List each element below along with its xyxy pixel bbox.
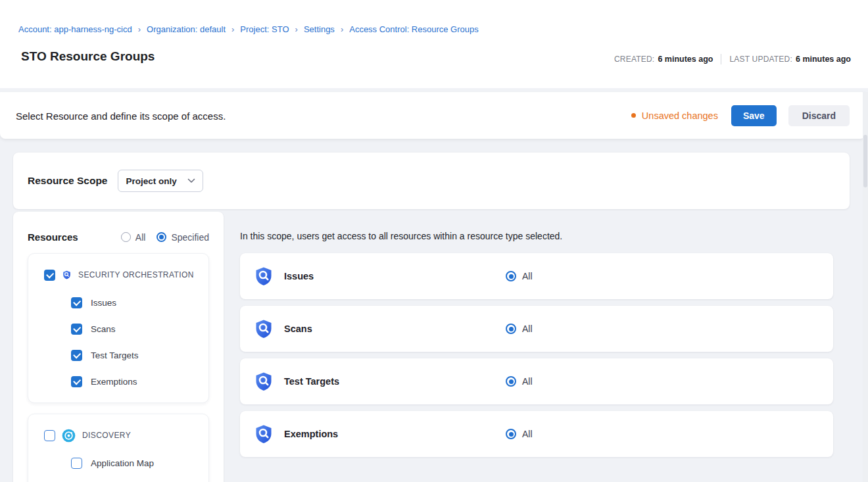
resource-row-test-targets-access[interactable]: All: [506, 376, 533, 387]
resources-panel-header: Resources All Specified: [28, 212, 209, 243]
group-label-discovery: DISCOVERY: [82, 431, 131, 440]
last-updated-label: LAST UPDATED:: [729, 55, 792, 64]
breadcrumb-account-link[interactable]: Account: app-harness-ng-cicd: [18, 24, 132, 34]
tree-item-exemptions[interactable]: Exemptions: [28, 368, 208, 395]
breadcrumb: Account: app-harness-ng-cicd › Organizat…: [18, 24, 479, 34]
issues-checkbox[interactable]: [71, 297, 82, 308]
radio-specified-icon[interactable]: [157, 232, 166, 242]
resources-mode-specified-option[interactable]: Specified: [157, 232, 209, 243]
scrollbar-thumb[interactable]: [863, 135, 867, 187]
resource-scope-selected-value: Project only: [126, 176, 176, 186]
group-label-security-orchestration: SECURITY ORCHESTRATION: [78, 270, 194, 279]
tree-item-application-map[interactable]: Application Map: [28, 450, 208, 476]
radio-all-icon[interactable]: [506, 376, 516, 387]
sto-shield-icon: [253, 318, 274, 340]
access-all-label: All: [522, 271, 533, 281]
group-card-security-orchestration: SECURITY ORCHESTRATION Issues Scans Test…: [28, 253, 209, 403]
created-label: CREATED:: [614, 55, 654, 64]
group-card-discovery: DISCOVERY Application Map: [28, 414, 209, 482]
resource-row-scans-label: Scans: [284, 324, 312, 334]
header-meta: CREATED: 6 minutes ago LAST UPDATED: 6 m…: [614, 54, 851, 64]
sto-shield-icon: [253, 265, 274, 287]
resource-row-exemptions-label: Exemptions: [284, 429, 338, 439]
radio-all-label: All: [135, 232, 146, 243]
breadcrumb-separator-icon: ›: [295, 24, 298, 34]
resource-row-test-targets-label: Test Targets: [284, 376, 339, 387]
resource-row-scans-access[interactable]: All: [506, 324, 533, 334]
radio-all-icon[interactable]: [506, 429, 516, 439]
resource-row-issues-label: Issues: [284, 271, 314, 281]
breadcrumb-separator-icon: ›: [138, 24, 141, 34]
exemptions-label: Exemptions: [91, 377, 137, 387]
created-value: 6 minutes ago: [658, 55, 713, 64]
resource-row-scans: Scans All: [240, 306, 833, 352]
security-orchestration-checkbox[interactable]: [44, 270, 55, 281]
access-all-label: All: [522, 324, 533, 334]
chevron-down-icon: [187, 178, 195, 183]
sto-shield-icon: [62, 270, 72, 280]
resource-scope-card: Resource Scope Project only: [13, 153, 850, 209]
unsaved-changes-dot-icon: [631, 113, 636, 118]
vertical-scrollbar[interactable]: [863, 92, 868, 482]
radio-specified-label: Specified: [171, 232, 209, 243]
scope-access-description: In this scope, users get access to all r…: [240, 231, 562, 241]
test-targets-checkbox[interactable]: [71, 350, 82, 361]
resources-mode-radio-group: All Specified: [121, 232, 209, 243]
toolbar-description: Select Resource and define its scope of …: [16, 110, 226, 121]
resource-row-exemptions: Exemptions All: [240, 411, 833, 457]
discard-button[interactable]: Discard: [788, 105, 850, 126]
sto-shield-icon: [253, 370, 274, 393]
test-targets-label: Test Targets: [91, 350, 139, 360]
access-all-label: All: [522, 429, 533, 439]
breadcrumb-project-link[interactable]: Project: STO: [240, 24, 289, 34]
resource-row-exemptions-access[interactable]: All: [506, 429, 533, 439]
resource-row-issues: Issues All: [240, 253, 833, 299]
sto-shield-icon: [253, 423, 274, 445]
last-updated-value: 6 minutes ago: [796, 55, 851, 64]
unsaved-changes-label: Unsaved changes: [642, 110, 718, 121]
breadcrumb-organization-link[interactable]: Organization: default: [147, 24, 226, 34]
resources-title: Resources: [28, 231, 78, 243]
radio-all-icon[interactable]: [506, 271, 516, 281]
resource-row-test-targets: Test Targets All: [240, 358, 833, 404]
scans-checkbox[interactable]: [71, 324, 82, 335]
breadcrumb-access-control-link[interactable]: Access Control: Resource Groups: [349, 24, 479, 34]
discovery-checkbox[interactable]: [44, 430, 55, 441]
page-header: Account: app-harness-ng-cicd › Organizat…: [0, 0, 868, 88]
radio-all-icon[interactable]: [506, 324, 516, 334]
save-button[interactable]: Save: [731, 105, 777, 126]
page-title: STO Resource Groups: [21, 49, 155, 64]
resources-mode-all-option[interactable]: All: [121, 232, 146, 243]
group-row-security-orchestration[interactable]: SECURITY ORCHESTRATION: [28, 260, 208, 289]
exemptions-checkbox[interactable]: [71, 376, 82, 387]
tree-item-issues[interactable]: Issues: [28, 289, 208, 316]
meta-divider: [721, 54, 721, 64]
resource-scope-select[interactable]: Project only: [118, 170, 203, 192]
application-map-checkbox[interactable]: [71, 458, 82, 469]
application-map-label: Application Map: [91, 458, 154, 468]
tree-item-scans[interactable]: Scans: [28, 316, 208, 342]
resource-groups-page: Account: app-harness-ng-cicd › Organizat…: [0, 0, 868, 482]
resource-row-issues-access[interactable]: All: [506, 271, 533, 281]
radio-all-icon[interactable]: [121, 232, 131, 242]
access-all-label: All: [522, 376, 533, 387]
breadcrumb-separator-icon: ›: [341, 24, 343, 34]
tree-item-test-targets[interactable]: Test Targets: [28, 342, 208, 368]
resource-scope-label: Resource Scope: [28, 175, 107, 187]
action-toolbar: Select Resource and define its scope of …: [0, 92, 865, 139]
issues-label: Issues: [91, 298, 116, 308]
group-row-discovery[interactable]: DISCOVERY: [28, 421, 208, 450]
breadcrumb-settings-link[interactable]: Settings: [304, 24, 335, 34]
discovery-radar-icon: [62, 429, 76, 443]
scans-label: Scans: [91, 324, 116, 334]
toolbar-actions: Unsaved changes Save Discard: [631, 105, 850, 126]
breadcrumb-separator-icon: ›: [231, 24, 234, 34]
resources-panel: Resources All Specified: [13, 212, 224, 482]
